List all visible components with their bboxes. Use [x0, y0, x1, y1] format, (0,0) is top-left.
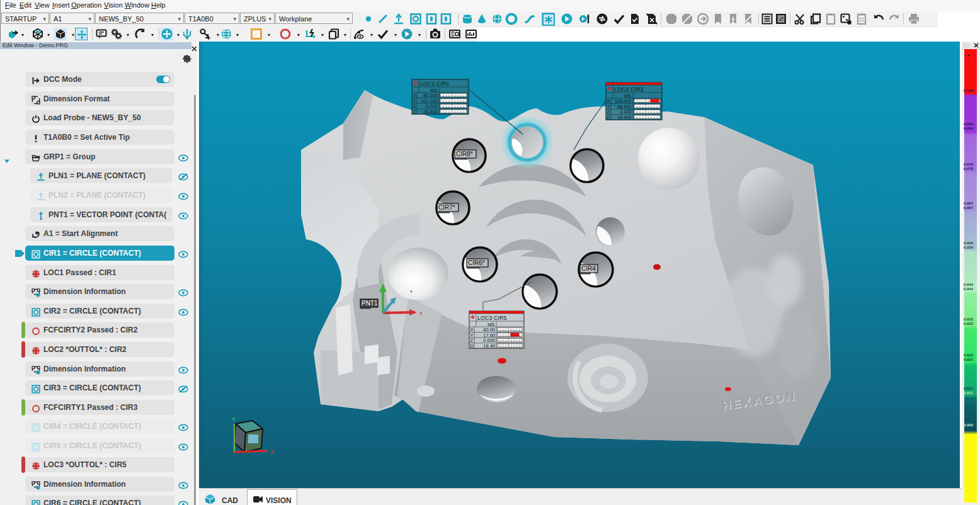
- svg-text:16.40: 16.40: [483, 343, 495, 349]
- svg-text:D: D: [470, 343, 474, 349]
- svg-text:x: x: [419, 310, 423, 316]
- svg-text:16.400: 16.400: [423, 109, 438, 115]
- svg-text:16.400: 16.400: [617, 115, 632, 120]
- svg-text:CIR4: CIR4: [581, 265, 596, 272]
- svg-text:CIR6*: CIR6*: [468, 259, 485, 266]
- svg-text:D: D: [607, 115, 611, 120]
- svg-text:Y: Y: [232, 416, 236, 423]
- svg-text:X: X: [270, 448, 275, 455]
- svg-text:y: y: [379, 277, 382, 283]
- svg-text:LOC3 CIR5: LOC3 CIR5: [477, 315, 507, 321]
- svg-text:LOC2 CIR2: LOC2 CIR2: [614, 86, 644, 93]
- svg-text:D: D: [413, 109, 417, 115]
- svg-text:CIR8*: CIR8*: [456, 150, 473, 157]
- svg-text:PNT1: PNT1: [362, 300, 378, 307]
- svg-text:CIR7*: CIR7*: [438, 204, 455, 211]
- svg-text:LOC1 CIR1: LOC1 CIR1: [420, 81, 450, 87]
